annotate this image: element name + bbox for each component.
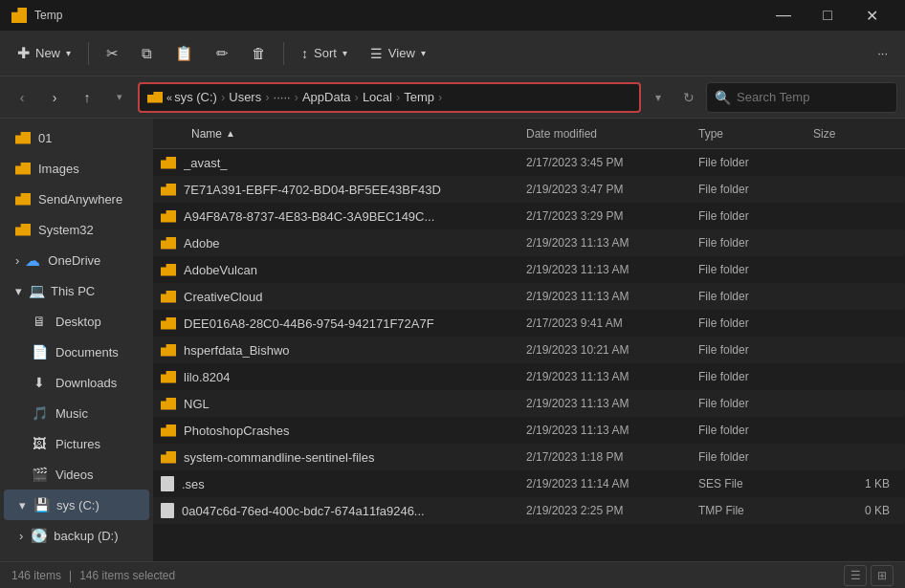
thispc-icon: 💻 xyxy=(28,283,45,298)
table-row[interactable]: NGL 2/19/2023 11:13 AM File folder xyxy=(153,390,905,417)
header-type[interactable]: Type xyxy=(698,127,813,141)
title-bar-title: Temp xyxy=(34,9,62,22)
file-name: A94F8A78-8737-4E83-B84C-3A9BEC149C... xyxy=(184,209,434,224)
address-bar[interactable]: « sys (C:) › Users › ····· › AppData › L… xyxy=(138,82,641,113)
close-button[interactable]: ✕ xyxy=(850,0,894,31)
table-row[interactable]: 7E71A391-EBFF-4702-BD04-BF5EE43BF43D 2/1… xyxy=(153,176,905,203)
sidebar-item-label-onedrive: OneDrive xyxy=(48,253,100,268)
table-row[interactable]: DEE016A8-28C0-44B6-9754-942171F72A7F 2/1… xyxy=(153,310,905,337)
sidebar-item-label-desktop: Desktop xyxy=(55,315,101,329)
delete-button[interactable]: 🗑 xyxy=(242,36,276,71)
music-icon: 🎵 xyxy=(31,405,48,421)
file-folder-icon xyxy=(161,451,176,464)
refresh-button[interactable]: ↻ xyxy=(675,84,702,111)
sidebar-item-label-music: Music xyxy=(55,406,88,421)
file-date: 2/19/2023 11:13 AM xyxy=(526,290,698,303)
sidebar-item-images[interactable]: Images xyxy=(4,153,149,184)
file-name-cell: A94F8A78-8737-4E83-B84C-3A9BEC149C... xyxy=(161,209,526,224)
minimize-button[interactable]: — xyxy=(762,0,806,31)
folder-icon-images xyxy=(15,163,31,175)
list-view-button[interactable]: ☰ xyxy=(844,565,867,586)
recent-locations-button[interactable]: ▾ xyxy=(105,84,134,111)
cut-button[interactable]: ✂ xyxy=(97,36,128,71)
grid-view-button[interactable]: ⊞ xyxy=(871,565,894,586)
file-name-cell: 7E71A391-EBFF-4702-BD04-BF5EE43BF43D xyxy=(161,183,526,197)
file-date: 2/19/2023 11:14 AM xyxy=(526,477,698,490)
path-segment-4: AppData xyxy=(302,90,351,104)
sidebar-item-01[interactable]: 01 xyxy=(4,122,149,153)
back-button[interactable]: ‹ xyxy=(8,84,36,111)
search-bar: 🔍 xyxy=(706,82,897,113)
sidebar-item-backup-d[interactable]: › 💽 backup (D:) xyxy=(4,520,149,551)
table-row[interactable]: lilo.8204 2/19/2023 11:13 AM File folder xyxy=(153,363,905,390)
file-type: TMP File xyxy=(698,504,813,517)
sidebar-item-desktop[interactable]: 🖥 Desktop xyxy=(4,306,149,337)
file-folder-icon xyxy=(161,210,176,223)
sys-c-icon: 💾 xyxy=(33,497,49,512)
up-button[interactable]: ↑ xyxy=(73,84,101,111)
forward-button[interactable]: › xyxy=(40,84,69,111)
view-icon: ☰ xyxy=(370,46,383,61)
path-segment-6: Temp xyxy=(404,90,434,104)
table-row[interactable]: CreativeCloud 2/19/2023 11:13 AM File fo… xyxy=(153,283,905,310)
file-date: 2/19/2023 11:13 AM xyxy=(526,397,698,410)
item-count: 146 items xyxy=(11,569,61,582)
paste-button[interactable]: 📋 xyxy=(166,36,203,71)
table-row[interactable]: PhotoshopCrashes 2/19/2023 11:13 AM File… xyxy=(153,417,905,444)
path-sep-5: › xyxy=(396,90,400,104)
sort-button[interactable]: ↕ Sort ▾ xyxy=(292,36,357,71)
table-row[interactable]: _avast_ 2/17/2023 3:45 PM File folder xyxy=(153,149,905,176)
file-name: 0a047c6d-76ed-400c-bdc7-674a11fa9246... xyxy=(182,504,425,518)
file-size: 1 KB xyxy=(813,477,890,490)
sidebar-item-label-sendanywhere: SendAnywhere xyxy=(38,192,122,207)
search-input[interactable] xyxy=(737,90,889,104)
sidebar-item-downloads[interactable]: ⬇ Downloads xyxy=(4,367,149,398)
new-button[interactable]: ✚ New ▾ xyxy=(8,36,80,71)
rename-button[interactable]: ✏ xyxy=(207,36,238,71)
sidebar-item-sendanywhere[interactable]: SendAnywhere xyxy=(4,184,149,214)
table-row[interactable]: hsperfdata_Bishwo 2/19/2023 10:21 AM Fil… xyxy=(153,337,905,363)
file-name-cell: lilo.8204 xyxy=(161,370,526,384)
sidebar-item-pictures[interactable]: 🖼 Pictures xyxy=(4,428,149,459)
file-date: 2/17/2023 3:45 PM xyxy=(526,156,698,169)
folder-icon-01 xyxy=(15,132,31,144)
header-date[interactable]: Date modified xyxy=(526,127,698,141)
sysc-expand-icon: ▾ xyxy=(19,498,26,512)
view-button[interactable]: ☰ View ▾ xyxy=(361,36,435,71)
table-row[interactable]: Adobe 2/19/2023 11:13 AM File folder xyxy=(153,229,905,256)
sidebar-item-thispc[interactable]: ▾ 💻 This PC xyxy=(4,275,149,306)
table-row[interactable]: .ses 2/19/2023 11:14 AM SES File 1 KB xyxy=(153,470,905,497)
file-doc-icon xyxy=(161,503,174,518)
file-list: Name ▲ Date modified Type Size _avast_ 2… xyxy=(153,119,905,561)
table-row[interactable]: system-commandline-sentinel-files 2/17/2… xyxy=(153,444,905,470)
path-segment-3: ····· xyxy=(274,90,291,104)
desktop-icon: 🖥 xyxy=(31,314,48,329)
path-segment-2: Users xyxy=(229,90,261,104)
table-row[interactable]: 0a047c6d-76ed-400c-bdc7-674a11fa9246... … xyxy=(153,497,905,524)
sidebar-item-system32[interactable]: System32 xyxy=(4,214,149,245)
maximize-button[interactable]: □ xyxy=(806,0,850,31)
documents-icon: 📄 xyxy=(31,344,48,359)
sidebar-item-music[interactable]: 🎵 Music xyxy=(4,398,149,428)
header-name[interactable]: Name ▲ xyxy=(191,127,526,141)
header-name-label: Name xyxy=(191,127,222,141)
path-dropdown-button[interactable]: ▾ xyxy=(645,84,672,111)
file-folder-icon xyxy=(161,291,176,303)
table-row[interactable]: AdobeVulcan 2/19/2023 11:13 AM File fold… xyxy=(153,256,905,283)
file-name-cell: _avast_ xyxy=(161,156,526,170)
sidebar-item-sys-c[interactable]: ▾ 💾 sys (C:) xyxy=(4,490,149,520)
header-size[interactable]: Size xyxy=(813,127,890,141)
sort-label: Sort xyxy=(314,46,337,60)
thispc-expand-icon: ▾ xyxy=(15,284,22,298)
sidebar-item-label-system32: System32 xyxy=(38,223,94,237)
table-row[interactable]: A94F8A78-8737-4E83-B84C-3A9BEC149C... 2/… xyxy=(153,203,905,229)
header-type-label: Type xyxy=(698,127,723,141)
more-button[interactable]: ··· xyxy=(868,36,897,71)
status-separator: | xyxy=(69,569,72,582)
sidebar-item-videos[interactable]: 🎬 Videos xyxy=(4,459,149,490)
sidebar-item-label-sys-c: sys (C:) xyxy=(56,498,99,512)
copy-button[interactable]: ⧉ xyxy=(132,36,162,71)
path-part-1: « xyxy=(166,92,172,103)
sidebar-item-onedrive[interactable]: › OneDrive xyxy=(4,245,149,275)
sidebar-item-documents[interactable]: 📄 Documents xyxy=(4,337,149,367)
